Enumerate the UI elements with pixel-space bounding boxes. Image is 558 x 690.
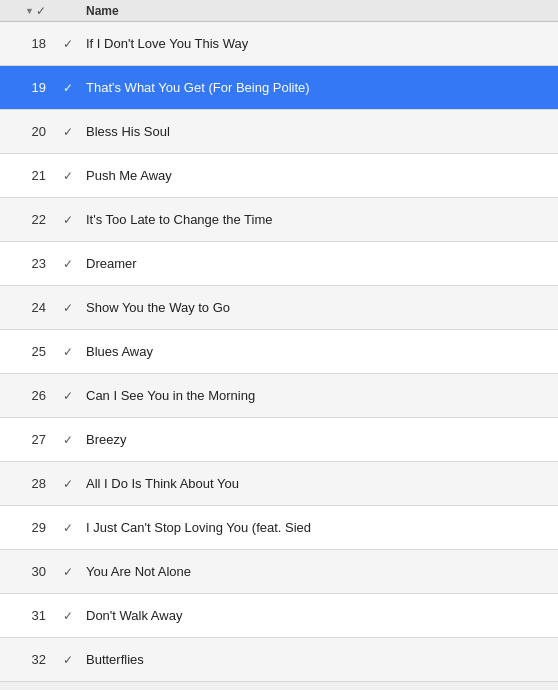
checkmark-icon: ✓ bbox=[63, 609, 73, 623]
row-number: 27 bbox=[4, 432, 54, 447]
row-track-name[interactable]: Butterflies bbox=[82, 652, 554, 667]
checkmark-icon: ✓ bbox=[63, 301, 73, 315]
row-track-name[interactable]: If I Don't Love You This Way bbox=[82, 36, 554, 51]
row-number: 29 bbox=[4, 520, 54, 535]
table-row[interactable]: 19✓That's What You Get (For Being Polite… bbox=[0, 66, 558, 110]
row-checkbox[interactable]: ✓ bbox=[54, 565, 82, 579]
row-checkbox[interactable]: ✓ bbox=[54, 345, 82, 359]
sort-down-icon: ▼ bbox=[25, 6, 34, 16]
row-track-name[interactable]: Dreamer bbox=[82, 256, 554, 271]
track-list-table: ▼ ✓ Name 18✓If I Don't Love You This Way… bbox=[0, 0, 558, 682]
row-checkbox[interactable]: ✓ bbox=[54, 433, 82, 447]
row-checkbox[interactable]: ✓ bbox=[54, 257, 82, 271]
table-row[interactable]: 31✓Don't Walk Away bbox=[0, 594, 558, 638]
row-number: 21 bbox=[4, 168, 54, 183]
rows-container: 18✓If I Don't Love You This Way19✓That's… bbox=[0, 22, 558, 682]
table-row[interactable]: 27✓Breezy bbox=[0, 418, 558, 462]
row-track-name[interactable]: Don't Walk Away bbox=[82, 608, 554, 623]
table-row[interactable]: 29✓I Just Can't Stop Loving You (feat. S… bbox=[0, 506, 558, 550]
checkmark-icon: ✓ bbox=[63, 345, 73, 359]
table-row[interactable]: 26✓Can I See You in the Morning bbox=[0, 374, 558, 418]
row-number: 22 bbox=[4, 212, 54, 227]
table-row[interactable]: 24✓Show You the Way to Go bbox=[0, 286, 558, 330]
row-track-name[interactable]: Push Me Away bbox=[82, 168, 554, 183]
header-name-col[interactable]: Name bbox=[82, 4, 554, 18]
table-row[interactable]: 32✓Butterflies bbox=[0, 638, 558, 682]
row-checkbox[interactable]: ✓ bbox=[54, 169, 82, 183]
table-row[interactable]: 21✓Push Me Away bbox=[0, 154, 558, 198]
row-checkbox[interactable]: ✓ bbox=[54, 653, 82, 667]
table-row[interactable]: 25✓Blues Away bbox=[0, 330, 558, 374]
checkmark-icon: ✓ bbox=[63, 257, 73, 271]
table-row[interactable]: 18✓If I Don't Love You This Way bbox=[0, 22, 558, 66]
row-checkbox[interactable]: ✓ bbox=[54, 477, 82, 491]
checkmark-icon: ✓ bbox=[63, 81, 73, 95]
row-track-name[interactable]: It's Too Late to Change the Time bbox=[82, 212, 554, 227]
row-track-name[interactable]: All I Do Is Think About You bbox=[82, 476, 554, 491]
checkmark-icon: ✓ bbox=[63, 37, 73, 51]
row-checkbox[interactable]: ✓ bbox=[54, 609, 82, 623]
row-number: 24 bbox=[4, 300, 54, 315]
row-number: 26 bbox=[4, 388, 54, 403]
table-row[interactable]: 30✓You Are Not Alone bbox=[0, 550, 558, 594]
row-number: 28 bbox=[4, 476, 54, 491]
checkmark-icon: ✓ bbox=[63, 213, 73, 227]
row-number: 25 bbox=[4, 344, 54, 359]
row-checkbox[interactable]: ✓ bbox=[54, 81, 82, 95]
header-num-col[interactable]: ▼ ✓ bbox=[4, 4, 54, 18]
table-header: ▼ ✓ Name bbox=[0, 0, 558, 22]
row-track-name[interactable]: Show You the Way to Go bbox=[82, 300, 554, 315]
row-number: 30 bbox=[4, 564, 54, 579]
row-checkbox[interactable]: ✓ bbox=[54, 125, 82, 139]
checkmark-icon: ✓ bbox=[63, 169, 73, 183]
checkmark-icon: ✓ bbox=[63, 433, 73, 447]
row-track-name[interactable]: You Are Not Alone bbox=[82, 564, 554, 579]
checkmark-icon: ✓ bbox=[63, 125, 73, 139]
row-checkbox[interactable]: ✓ bbox=[54, 37, 82, 51]
row-number: 31 bbox=[4, 608, 54, 623]
row-track-name[interactable]: Blues Away bbox=[82, 344, 554, 359]
table-row[interactable]: 28✓All I Do Is Think About You bbox=[0, 462, 558, 506]
row-checkbox[interactable]: ✓ bbox=[54, 301, 82, 315]
row-track-name[interactable]: That's What You Get (For Being Polite) bbox=[82, 80, 554, 95]
row-checkbox[interactable]: ✓ bbox=[54, 389, 82, 403]
table-row[interactable]: 23✓Dreamer bbox=[0, 242, 558, 286]
row-number: 20 bbox=[4, 124, 54, 139]
checkmark-icon: ✓ bbox=[63, 565, 73, 579]
row-track-name[interactable]: Can I See You in the Morning bbox=[82, 388, 554, 403]
row-number: 23 bbox=[4, 256, 54, 271]
table-row[interactable]: 20✓Bless His Soul bbox=[0, 110, 558, 154]
row-checkbox[interactable]: ✓ bbox=[54, 521, 82, 535]
row-number: 18 bbox=[4, 36, 54, 51]
checkmark-icon: ✓ bbox=[63, 521, 73, 535]
row-track-name[interactable]: Breezy bbox=[82, 432, 554, 447]
row-track-name[interactable]: Bless His Soul bbox=[82, 124, 554, 139]
table-row[interactable]: 22✓It's Too Late to Change the Time bbox=[0, 198, 558, 242]
checkmark-icon: ✓ bbox=[63, 653, 73, 667]
checkmark-icon: ✓ bbox=[63, 389, 73, 403]
row-number: 19 bbox=[4, 80, 54, 95]
checkmark-icon: ✓ bbox=[63, 477, 73, 491]
row-number: 32 bbox=[4, 652, 54, 667]
row-checkbox[interactable]: ✓ bbox=[54, 213, 82, 227]
header-check-col-label: ✓ bbox=[36, 4, 46, 18]
row-track-name[interactable]: I Just Can't Stop Loving You (feat. Sied bbox=[82, 520, 554, 535]
